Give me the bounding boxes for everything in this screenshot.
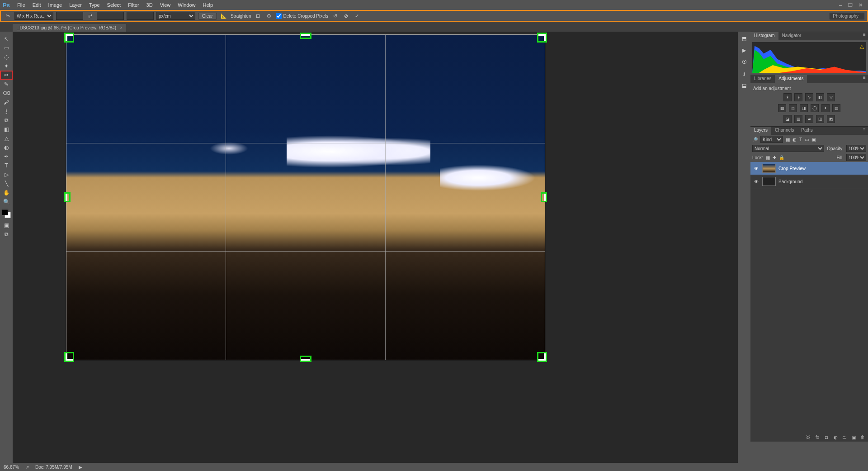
new-layer-icon[interactable]: ▣ bbox=[850, 433, 857, 441]
adj-balance-icon[interactable]: ⚖ bbox=[789, 104, 797, 112]
adj-colorlookup-icon[interactable]: ▤ bbox=[832, 104, 840, 112]
canvas-area[interactable] bbox=[13, 32, 738, 463]
layer-row[interactable]: 👁 Crop Preview bbox=[750, 162, 868, 175]
menu-select[interactable]: Select bbox=[104, 2, 125, 8]
menu-window[interactable]: Window bbox=[174, 2, 199, 8]
workspace-switcher[interactable]: Photography bbox=[830, 13, 864, 19]
crop-handle-bottom[interactable] bbox=[300, 356, 311, 362]
crop-handle-left[interactable] bbox=[64, 192, 71, 202]
adj-bw-icon[interactable]: ◨ bbox=[800, 104, 808, 112]
adj-selective-icon[interactable]: ◩ bbox=[827, 115, 835, 123]
menu-type[interactable]: Type bbox=[85, 2, 104, 8]
link-layers-icon[interactable]: ⛓ bbox=[805, 433, 812, 441]
history-panel-icon[interactable]: ⬒ bbox=[738, 33, 750, 43]
crop-handle-right[interactable] bbox=[541, 192, 547, 202]
straighten-icon[interactable]: 📐 bbox=[220, 12, 228, 20]
screenmode-icon[interactable]: ⧉ bbox=[0, 230, 13, 239]
adj-threshold-icon[interactable]: ▰ bbox=[805, 115, 813, 123]
lock-position-icon[interactable]: ✚ bbox=[773, 155, 776, 160]
delete-cropped-checkbox[interactable]: Delete Cropped Pixels bbox=[276, 13, 329, 19]
doc-size[interactable]: Doc: 7.95M/7.95M bbox=[35, 465, 72, 470]
tab-histogram[interactable]: Histogram bbox=[750, 32, 778, 40]
actions-panel-icon[interactable]: ▶ bbox=[738, 45, 750, 55]
new-fill-layer-icon[interactable]: ◐ bbox=[832, 433, 839, 441]
lock-pixels-icon[interactable]: ▦ bbox=[766, 155, 770, 160]
adj-channelmixer-icon[interactable]: ✦ bbox=[821, 104, 830, 112]
adj-exposure-icon[interactable]: ◧ bbox=[816, 93, 824, 101]
tab-layers[interactable]: Layers bbox=[750, 127, 771, 135]
layer-filter-kind[interactable]: Kind bbox=[760, 136, 783, 143]
new-group-icon[interactable]: 🗀 bbox=[841, 433, 848, 441]
clear-button[interactable]: Clear bbox=[198, 13, 217, 19]
fill-select[interactable]: 100% bbox=[846, 154, 866, 161]
menu-edit[interactable]: Edit bbox=[29, 2, 45, 8]
layer-name[interactable]: Crop Preview bbox=[778, 166, 806, 171]
tab-libraries[interactable]: Libraries bbox=[750, 75, 775, 83]
blend-mode-select[interactable]: Normal bbox=[752, 145, 824, 152]
tool-clone[interactable]: ⟆ bbox=[0, 107, 13, 116]
tool-move[interactable]: ↖ bbox=[0, 34, 13, 43]
tool-line[interactable]: ╲ bbox=[0, 179, 13, 188]
swap-dimensions-icon[interactable]: ⇄ bbox=[86, 12, 94, 20]
adj-brightness-icon[interactable]: ☀ bbox=[783, 93, 792, 101]
crop-preset-select[interactable]: W x H x Res... bbox=[14, 12, 53, 20]
tool-marquee[interactable]: ▭ bbox=[0, 43, 13, 52]
crop-resolution-input[interactable] bbox=[127, 12, 154, 20]
adj-invert-icon[interactable]: ◪ bbox=[783, 115, 792, 123]
tool-path[interactable]: ▷ bbox=[0, 170, 13, 179]
tool-eraser[interactable]: ⧉ bbox=[0, 116, 13, 125]
commit-crop-icon[interactable]: ✓ bbox=[353, 12, 361, 20]
tool-eyedropper[interactable]: ✎ bbox=[0, 80, 13, 89]
layer-name[interactable]: Background bbox=[778, 179, 802, 184]
layer-filter-smart-icon[interactable]: ▣ bbox=[811, 137, 816, 142]
crop-tool-indicator-icon[interactable]: ✂ bbox=[4, 12, 12, 20]
lock-all-icon[interactable]: 🔒 bbox=[779, 155, 784, 160]
layer-filter-adj-icon[interactable]: ◐ bbox=[793, 137, 797, 142]
doc-info-arrow-icon[interactable]: ▶ bbox=[79, 465, 82, 470]
tool-brush[interactable]: 🖌 bbox=[0, 98, 13, 107]
histogram-warning-icon[interactable]: ⚠ bbox=[859, 44, 864, 50]
adj-gradientmap-icon[interactable]: ◫ bbox=[816, 115, 824, 123]
delete-layer-icon[interactable]: 🗑 bbox=[859, 433, 866, 441]
tool-text[interactable]: T bbox=[0, 161, 13, 170]
menu-3d[interactable]: 3D bbox=[143, 2, 156, 8]
crop-units-select[interactable]: px/cm bbox=[156, 12, 195, 20]
tab-channels[interactable]: Channels bbox=[771, 127, 797, 135]
crop-handle-top-left[interactable] bbox=[64, 33, 74, 43]
menu-image[interactable]: Image bbox=[45, 2, 66, 8]
zoom-popup-icon[interactable]: ↗ bbox=[25, 465, 29, 470]
menu-layer[interactable]: Layer bbox=[66, 2, 85, 8]
tab-adjustments[interactable]: Adjustments bbox=[775, 75, 807, 83]
layer-visibility-icon[interactable]: 👁 bbox=[753, 179, 760, 184]
crop-handle-bottom-left[interactable] bbox=[64, 352, 74, 362]
histogram-panel-menu-icon[interactable]: ≡ bbox=[861, 32, 868, 40]
window-maximize[interactable]: ❐ bbox=[845, 2, 855, 8]
tool-lasso[interactable]: ◌ bbox=[0, 52, 13, 62]
info-panel-icon[interactable]: ℹ bbox=[738, 69, 750, 79]
layer-thumbnail[interactable] bbox=[762, 164, 776, 173]
tool-zoom[interactable]: 🔍 bbox=[0, 197, 13, 206]
tool-hand[interactable]: ✋ bbox=[0, 188, 13, 197]
cancel-crop-icon[interactable]: ⊘ bbox=[342, 12, 350, 20]
tool-crop[interactable]: ✂ bbox=[0, 71, 13, 80]
properties-panel-icon[interactable]: ⦿ bbox=[738, 57, 750, 67]
adj-curves-icon[interactable]: ∿ bbox=[805, 93, 813, 101]
tool-gradient[interactable]: ◧ bbox=[0, 125, 13, 134]
adj-hue-icon[interactable]: ▦ bbox=[778, 104, 786, 112]
layer-filter-text-icon[interactable]: T bbox=[799, 137, 802, 142]
layer-filter-shape-icon[interactable]: ▭ bbox=[805, 137, 809, 142]
layers-panel-menu-icon[interactable]: ≡ bbox=[861, 127, 868, 135]
menu-filter[interactable]: Filter bbox=[124, 2, 142, 8]
window-minimize[interactable]: – bbox=[835, 2, 845, 8]
image-frame[interactable] bbox=[66, 34, 545, 360]
zoom-level[interactable]: 66.67% bbox=[4, 465, 19, 470]
tab-paths[interactable]: Paths bbox=[797, 127, 816, 135]
reset-crop-icon[interactable]: ↺ bbox=[331, 12, 339, 20]
tool-blur[interactable]: ◐ bbox=[0, 143, 13, 152]
delete-cropped-input[interactable] bbox=[276, 13, 282, 19]
crop-handle-bottom-right[interactable] bbox=[537, 352, 547, 362]
crop-settings-icon[interactable]: ⚙ bbox=[265, 12, 273, 20]
menu-help[interactable]: Help bbox=[199, 2, 217, 8]
window-close[interactable]: ✕ bbox=[855, 2, 865, 8]
other-panel-icon[interactable]: ⬓ bbox=[738, 81, 750, 90]
